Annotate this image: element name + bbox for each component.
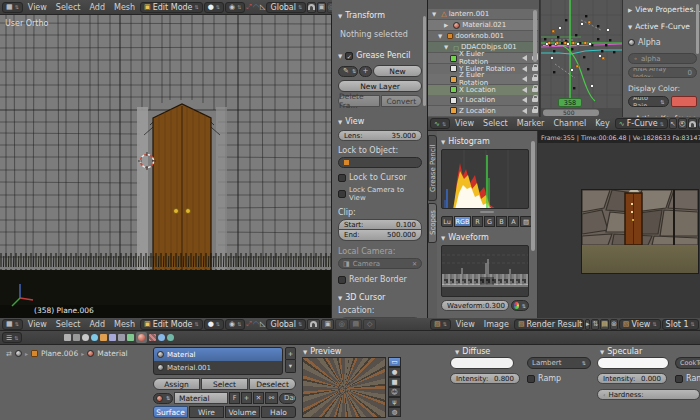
- bottom-orientation-selector[interactable]: Global⇅: [266, 319, 306, 330]
- unlink-material-button[interactable]: ✕: [253, 392, 264, 404]
- graph-menu-channel[interactable]: Channel: [549, 119, 590, 128]
- diffuse-panel-header[interactable]: ▼Diffuse: [455, 347, 490, 356]
- new-material-button[interactable]: +: [241, 392, 252, 404]
- tab-scene-icon[interactable]: [82, 334, 89, 341]
- add-slot-button[interactable]: +: [285, 347, 296, 360]
- unlink-image-button[interactable]: ⊗: [610, 319, 618, 330]
- snap-element-button[interactable]: ▣: [317, 2, 326, 13]
- render-slot-dropdown[interactable]: Slot 1⇅: [662, 319, 699, 330]
- menu-view[interactable]: View: [24, 3, 51, 12]
- lock-icon[interactable]: [532, 88, 538, 92]
- material-type-surface[interactable]: Surface: [153, 406, 188, 418]
- waveform-panel-header[interactable]: ▼Waveform: [441, 233, 533, 242]
- histogram-mode-r[interactable]: R: [472, 216, 483, 227]
- viewport-3d[interactable]: User Ortho (358) Plane.006: [0, 15, 332, 318]
- graph-cursor-button[interactable]: ↖: [669, 118, 677, 129]
- preview-monkey-button[interactable]: ☺: [388, 387, 401, 397]
- graph-menu-key[interactable]: Key: [591, 119, 614, 128]
- bottom-menu-add[interactable]: Add: [86, 320, 110, 329]
- channel-color-swatch[interactable]: [450, 65, 457, 72]
- specular-panel-header[interactable]: ▼Specular: [600, 347, 642, 356]
- bottom-shading-selector[interactable]: ●⇅: [204, 319, 224, 330]
- graph-ghost-button[interactable]: ⦿: [678, 118, 687, 129]
- material-name-field[interactable]: Material: [174, 392, 228, 404]
- current-frame-badge[interactable]: 358: [558, 98, 582, 107]
- bottom-proportional-edit-button[interactable]: ◎: [335, 319, 348, 330]
- nodes-button[interactable]: ⚯: [265, 392, 278, 404]
- convert-button[interactable]: Convert: [381, 95, 423, 107]
- graph-menu-view[interactable]: View: [451, 119, 478, 128]
- menu-mesh[interactable]: Mesh: [110, 3, 139, 12]
- display-color-swatch[interactable]: [671, 96, 697, 107]
- active-fcurve-panel-header[interactable]: ▼Active F-Curve: [628, 22, 697, 31]
- lock-camera-checkbox[interactable]: [338, 190, 346, 198]
- histogram-mode-b[interactable]: B: [496, 216, 507, 227]
- tab-render-layers-icon[interactable]: [73, 334, 80, 341]
- view-panel-header[interactable]: ▼View: [338, 117, 422, 126]
- channel-color-swatch[interactable]: [450, 55, 457, 62]
- view-properties-panel-header[interactable]: ▶View Properties...: [628, 5, 697, 14]
- breadcrumb-material[interactable]: Material: [97, 349, 127, 358]
- histogram-mode-rgb[interactable]: RGB: [454, 216, 471, 227]
- tab-physics-icon[interactable]: [167, 334, 174, 341]
- tab-particles-icon[interactable]: [158, 334, 165, 341]
- channel-color-swatch[interactable]: [450, 76, 457, 83]
- transform-panel-header[interactable]: ▼Transform: [338, 11, 422, 20]
- select-button[interactable]: Select: [201, 378, 248, 390]
- lock-to-cursor-checkbox[interactable]: [338, 174, 346, 182]
- image-browse-button[interactable]: ▸: [585, 319, 591, 330]
- breadcrumb-object[interactable]: Plane.006: [41, 349, 78, 358]
- shading-selector[interactable]: ●⇅: [204, 2, 224, 13]
- fake-user-button[interactable]: F: [229, 392, 240, 404]
- tab-constraints-icon[interactable]: [109, 334, 116, 341]
- bottom-pivot-selector[interactable]: ◉⇅: [225, 319, 245, 330]
- graph-curve-view[interactable]: 358 500: [541, 0, 622, 117]
- specular-ramp-row[interactable]: Ramp: [675, 374, 700, 383]
- n-panel-scrollbar[interactable]: [423, 16, 426, 106]
- channel-row-x-euler[interactable]: X Euler Rotation: [428, 53, 538, 63]
- lock-camera-row[interactable]: Lock Camera to View: [338, 186, 422, 202]
- channel-color-swatch[interactable]: [450, 107, 457, 114]
- local-camera-field[interactable]: ◨Camera✕: [338, 258, 422, 269]
- material-slot-row[interactable]: Material.001: [154, 361, 282, 374]
- slot-specials-button[interactable]: ▾: [285, 360, 296, 373]
- mode-selector[interactable]: ▣Edit Mode⇅: [140, 2, 203, 13]
- specular-intensity-slider[interactable]: Intensity:0.000: [597, 373, 667, 384]
- channel-color-swatch[interactable]: [450, 86, 457, 93]
- image-display-mode[interactable]: ▧View⇅: [619, 319, 661, 330]
- lock-icon[interactable]: [532, 109, 538, 113]
- bottom-snap-element-button[interactable]: ▣: [321, 319, 334, 330]
- channel-row-lantern[interactable]: ▼△lantern.001: [428, 9, 538, 19]
- tab-texture-icon[interactable]: [149, 334, 156, 341]
- specular-ramp-checkbox[interactable]: [675, 375, 683, 383]
- rna-path-field[interactable]: ⚬alpha: [628, 53, 697, 64]
- graph-mode-selector[interactable]: ∿F-Curve⇅: [615, 118, 668, 129]
- tab-object-icon[interactable]: [100, 334, 107, 341]
- clear-camera-icon[interactable]: ✕: [412, 260, 417, 267]
- specular-color-swatch[interactable]: [597, 357, 669, 369]
- histogram-mode-a[interactable]: A: [508, 216, 519, 227]
- material-browse-dropdown[interactable]: ⇅: [153, 393, 173, 404]
- bottom-menu-mesh[interactable]: Mesh: [110, 320, 139, 329]
- graph-snap-button[interactable]: [688, 118, 697, 129]
- grease-pencil-panel-header[interactable]: ▼✓Grease Pencil: [338, 51, 422, 60]
- tab-render-icon[interactable]: [64, 334, 71, 341]
- new-layer-button[interactable]: New Layer: [338, 80, 422, 92]
- mute-icon[interactable]: [519, 97, 527, 103]
- graph-menu-select[interactable]: Select: [479, 119, 512, 128]
- specular-shader-dropdown[interactable]: CookTorr: [675, 357, 700, 369]
- tab-modifiers-icon[interactable]: [118, 334, 125, 341]
- channel-row-z-location[interactable]: Z Location: [428, 106, 538, 116]
- channel-row-y-location[interactable]: Y Location: [428, 95, 538, 105]
- preview-flat-button[interactable]: ▭: [388, 357, 401, 367]
- material-slot-selected[interactable]: Material: [154, 348, 282, 361]
- bottom-extra-button[interactable]: ◇: [363, 319, 376, 330]
- tab-world-icon[interactable]: [91, 334, 98, 341]
- preview-world-button[interactable]: ◍: [388, 407, 401, 417]
- material-type-wire[interactable]: Wire: [189, 406, 224, 418]
- grease-pencil-draw-button[interactable]: ✎⇅: [338, 66, 358, 77]
- histogram-mode-lu[interactable]: Lu: [441, 216, 453, 227]
- mute-icon[interactable]: [519, 66, 527, 72]
- image-menu-image[interactable]: Image: [480, 320, 513, 329]
- mute-icon[interactable]: [519, 55, 527, 61]
